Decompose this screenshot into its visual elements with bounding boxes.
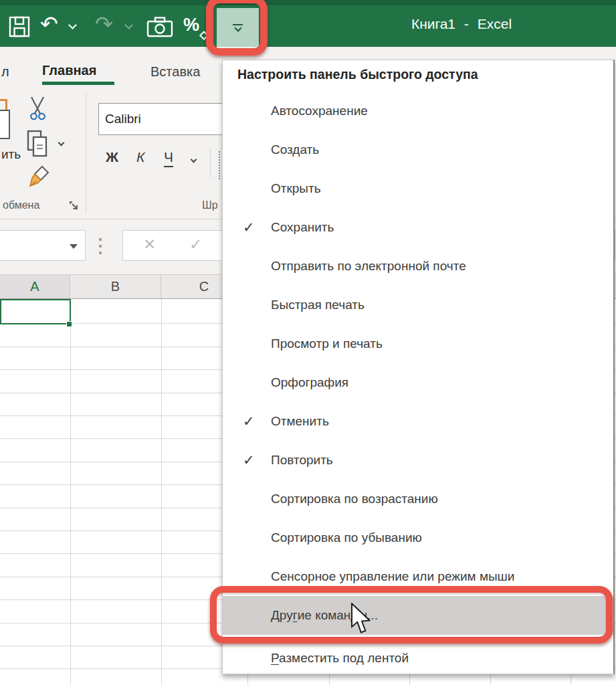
undo-dropdown-button[interactable] [70, 22, 76, 28]
chevron-down-icon [124, 21, 133, 29]
save-button[interactable] [8, 15, 31, 41]
scissors-icon [29, 95, 49, 124]
checkmark-icon: ✓ [243, 413, 255, 429]
camera-icon [146, 16, 174, 40]
cut-button[interactable] [29, 95, 49, 124]
excel-window: ↶ ↷ % [0, 0, 616, 685]
annotation-ring-qat-button [206, 0, 268, 56]
tab-insert[interactable]: Вставка [150, 64, 200, 80]
menu-item-label: Сортировка по возрастанию [271, 492, 438, 506]
mouse-cursor-icon [349, 603, 371, 638]
menu-item-15[interactable]: Разместить под лентой [223, 639, 613, 674]
percent-style-button[interactable]: % [183, 16, 199, 34]
redo-dropdown-button [126, 22, 132, 28]
menu-item-1[interactable]: Автосохранение [223, 92, 613, 130]
borders-icon-partial[interactable] [219, 151, 221, 179]
menu-item-6[interactable]: Быстрая печать [223, 286, 613, 324]
camera-button[interactable] [146, 16, 174, 40]
underline-button[interactable]: Ч [164, 149, 173, 167]
menu-item-5[interactable]: Отправить по электронной почте [223, 247, 613, 286]
redo-arrow-icon: ↷ [95, 13, 113, 35]
copy-button[interactable] [27, 130, 49, 163]
qat-dropdown-menu: Настроить панель быстрого доступа Автосо… [222, 60, 615, 674]
menu-item-11[interactable]: Сортировка по возрастанию [223, 480, 613, 518]
fill-handle[interactable] [66, 321, 72, 327]
menu-item-3[interactable]: Открыть [223, 169, 613, 208]
clipboard-dialog-launcher[interactable] [69, 201, 79, 213]
formula-bar-drag-handle[interactable] [99, 238, 102, 254]
menu-item-10[interactable]: ✓Повторить [223, 441, 613, 480]
grid-column-line [70, 299, 71, 685]
enter-entry-icon: ✓ [189, 235, 202, 254]
copy-dropdown-chevron-icon[interactable] [58, 140, 65, 146]
titlebar: ↶ ↷ % [0, 0, 616, 47]
bold-button[interactable]: Ж [106, 149, 118, 165]
annotation-ring-more-commands [210, 586, 613, 644]
window-title: Книга1 - Excel [361, 16, 562, 32]
menu-item-label: Быстрая печать [271, 298, 365, 312]
dialog-launcher-icon [69, 201, 79, 213]
column-header-b[interactable]: B [70, 275, 161, 298]
menu-item-label: Орфография [271, 375, 348, 390]
font-separator [210, 149, 211, 178]
menu-item-label: Создать [271, 142, 319, 157]
tab-home[interactable]: Главная [42, 63, 96, 78]
menu-item-label: Открыть [271, 181, 321, 196]
name-box-dropdown-icon[interactable] [70, 244, 78, 249]
copy-icon [27, 130, 49, 163]
redo-button: ↷ [95, 13, 113, 35]
format-painter-button[interactable] [28, 165, 52, 193]
tab-file-partial[interactable]: л [1, 64, 9, 80]
underline-dropdown-chevron-icon[interactable] [191, 157, 197, 163]
undo-arrow-icon: ↶ [40, 13, 58, 35]
percent-icon: % [183, 16, 199, 34]
menu-item-label: Сохранить [271, 220, 334, 235]
menu-item-label: Автосохранение [271, 104, 368, 118]
paste-button-label-partial[interactable]: ить [1, 147, 21, 162]
menu-item-label: Разместить под лентой [271, 651, 409, 666]
italic-button[interactable]: К [136, 149, 144, 165]
column-header-a[interactable]: A [0, 275, 70, 298]
floppy-disk-icon [8, 15, 31, 41]
menu-item-8[interactable]: Орфография [223, 363, 613, 402]
cancel-entry-icon: ✕ [143, 235, 156, 254]
menu-item-label: Сортировка по убыванию [271, 530, 422, 545]
menu-title: Настроить панель быстрого доступа [223, 60, 613, 92]
menu-item-label: Отправить по электронной почте [271, 259, 466, 274]
font-group-label-partial: Шр [202, 199, 218, 211]
menu-item-label: Просмотр и печать [271, 336, 383, 351]
menu-item-7[interactable]: Просмотр и печать [223, 324, 613, 363]
grid-column-line [161, 299, 162, 685]
paintbrush-icon [28, 165, 52, 193]
clipboard-group-label-partial: обмена [3, 199, 39, 211]
menu-item-2[interactable]: Создать [223, 130, 613, 169]
active-tab-underline [42, 82, 114, 85]
menu-item-label: Повторить [271, 453, 333, 468]
menu-item-label: Сенсорное управление или режим мыши [271, 569, 514, 584]
chevron-down-icon [68, 21, 77, 29]
menu-item-label: Отменить [271, 414, 329, 429]
menu-item-9[interactable]: ✓Отменить [223, 402, 613, 441]
undo-button[interactable]: ↶ [40, 13, 58, 35]
group-separator [86, 94, 86, 213]
menu-item-12[interactable]: Сортировка по убыванию [223, 518, 613, 557]
selected-cell-a1[interactable] [0, 299, 71, 324]
font-name-input[interactable]: Calibri [98, 103, 223, 135]
checkmark-icon: ✓ [243, 452, 255, 468]
menu-item-4[interactable]: ✓Сохранить [223, 208, 613, 247]
checkmark-icon: ✓ [243, 219, 255, 235]
